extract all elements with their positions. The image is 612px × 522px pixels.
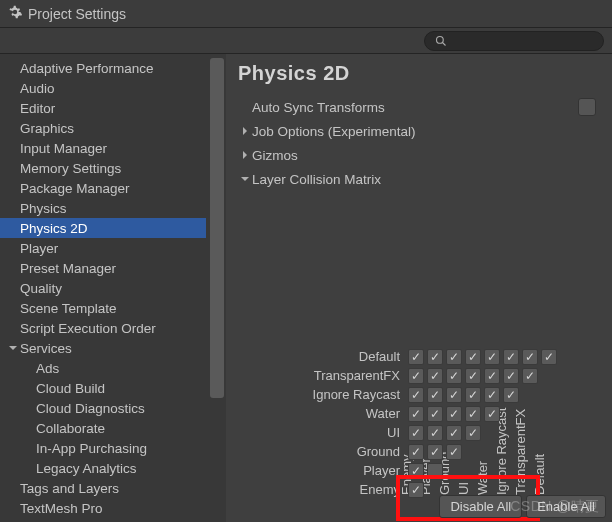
svg-line-1 [443,43,446,46]
layer-collision-row[interactable]: Layer Collision Matrix [226,167,612,191]
searchbar [0,28,612,54]
matrix-row: Ground [226,442,612,461]
window-titlebar: Project Settings [0,0,612,28]
sidebar-item-physics[interactable]: Physics [0,198,206,218]
window-title: Project Settings [28,6,126,22]
sidebar-item-cloud-diagnostics[interactable]: Cloud Diagnostics [0,398,206,418]
sidebar-item-cloud-build[interactable]: Cloud Build [0,378,206,398]
matrix-checkbox[interactable] [425,347,444,366]
matrix-checkbox[interactable] [406,480,425,499]
matrix-checkbox[interactable] [425,423,444,442]
sidebar-item-editor[interactable]: Editor [0,98,206,118]
chevron-right-icon [238,150,252,160]
matrix-checkbox[interactable] [444,347,463,366]
svg-point-0 [437,37,444,44]
sidebar-item-memory-settings[interactable]: Memory Settings [0,158,206,178]
sidebar-item-legacy-analytics[interactable]: Legacy Analytics [0,458,206,478]
matrix-checkbox[interactable] [406,347,425,366]
matrix-checkbox[interactable] [520,366,539,385]
sidebar-item-scene-template[interactable]: Scene Template [0,298,206,318]
matrix-checkbox[interactable] [425,385,444,404]
sidebar-item-script-execution-order[interactable]: Script Execution Order [0,318,206,338]
matrix-checkbox[interactable] [463,385,482,404]
matrix-row-label: Player [226,463,406,478]
matrix-checkbox[interactable] [482,404,501,423]
matrix-checkbox[interactable] [425,461,444,480]
matrix-checkbox[interactable] [444,404,463,423]
matrix-checkbox[interactable] [406,404,425,423]
matrix-checkbox[interactable] [463,347,482,366]
matrix-row-label: Default [226,349,406,364]
chevron-right-icon [238,126,252,136]
search-icon [435,35,447,47]
sidebar-item-audio[interactable]: Audio [0,78,206,98]
layer-collision-matrix: EnemyPlayerGroundUIWaterIgnore RaycastTr… [226,203,612,355]
matrix-checkbox[interactable] [406,442,425,461]
settings-panel: Physics 2D Auto Sync Transforms Job Opti… [226,54,612,522]
matrix-checkbox[interactable] [406,461,425,480]
matrix-row-label: UI [226,425,406,440]
sidebar-item-preset-manager[interactable]: Preset Manager [0,258,206,278]
matrix-checkbox[interactable] [444,442,463,461]
auto-sync-label: Auto Sync Transforms [238,100,578,115]
matrix-row: Player [226,461,612,480]
matrix-checkbox[interactable] [501,347,520,366]
matrix-checkbox[interactable] [482,385,501,404]
sidebar-item-adaptive-performance[interactable]: Adaptive Performance [0,58,206,78]
matrix-checkbox[interactable] [482,347,501,366]
matrix-row-label: Water [226,406,406,421]
matrix-row-label: TransparentFX [226,368,406,383]
sidebar-item-in-app-purchasing[interactable]: In-App Purchasing [0,438,206,458]
sidebar-item-ads[interactable]: Ads [0,358,206,378]
matrix-checkbox[interactable] [444,385,463,404]
matrix-row: Default [226,347,612,366]
matrix-checkbox[interactable] [425,442,444,461]
sidebar-item-input-manager[interactable]: Input Manager [0,138,206,158]
matrix-checkbox[interactable] [463,404,482,423]
sidebar-item-quality[interactable]: Quality [0,278,206,298]
gear-icon [8,5,22,22]
sidebar-item-graphics[interactable]: Graphics [0,118,206,138]
matrix-row: TransparentFX [226,366,612,385]
matrix-checkbox[interactable] [425,404,444,423]
job-options-row[interactable]: Job Options (Experimental) [226,119,612,143]
matrix-checkbox[interactable] [444,366,463,385]
settings-sidebar: Adaptive Performance Audio Editor Graphi… [0,54,226,522]
chevron-down-icon [8,343,20,353]
panel-title: Physics 2D [226,54,612,95]
auto-sync-row: Auto Sync Transforms [226,95,612,119]
matrix-checkbox[interactable] [482,366,501,385]
matrix-checkbox[interactable] [463,366,482,385]
gizmos-row[interactable]: Gizmos [226,143,612,167]
matrix-checkbox[interactable] [539,347,558,366]
matrix-row: Water [226,404,612,423]
matrix-row-label: Ground [226,444,406,459]
matrix-row-label: Ignore Raycast [226,387,406,402]
chevron-down-icon [238,174,252,184]
sidebar-item-textmesh-pro[interactable]: TextMesh Pro [0,498,206,518]
sidebar-item-package-manager[interactable]: Package Manager [0,178,206,198]
sidebar-item-tags-and-layers[interactable]: Tags and Layers [0,478,206,498]
matrix-checkbox[interactable] [406,423,425,442]
matrix-checkbox[interactable] [501,366,520,385]
disable-all-button[interactable]: Disable All [439,495,522,518]
sidebar-scrollbar[interactable] [210,58,224,522]
matrix-checkbox[interactable] [425,366,444,385]
sidebar-item-physics-2d[interactable]: Physics 2D [0,218,206,238]
sidebar-item-collaborate[interactable]: Collaborate [0,418,206,438]
matrix-row-label: Enemy [226,482,406,497]
matrix-checkbox[interactable] [406,366,425,385]
matrix-row: Ignore Raycast [226,385,612,404]
scrollbar-thumb[interactable] [210,58,224,398]
matrix-checkbox[interactable] [463,423,482,442]
search-input[interactable] [424,31,604,51]
matrix-checkbox[interactable] [520,347,539,366]
matrix-checkbox[interactable] [501,385,520,404]
sidebar-item-services[interactable]: Services [0,338,206,358]
enable-all-button[interactable]: Enable All [526,495,606,518]
matrix-row: UI [226,423,612,442]
auto-sync-checkbox[interactable] [578,98,596,116]
sidebar-item-player[interactable]: Player [0,238,206,258]
matrix-checkbox[interactable] [406,385,425,404]
matrix-checkbox[interactable] [444,423,463,442]
